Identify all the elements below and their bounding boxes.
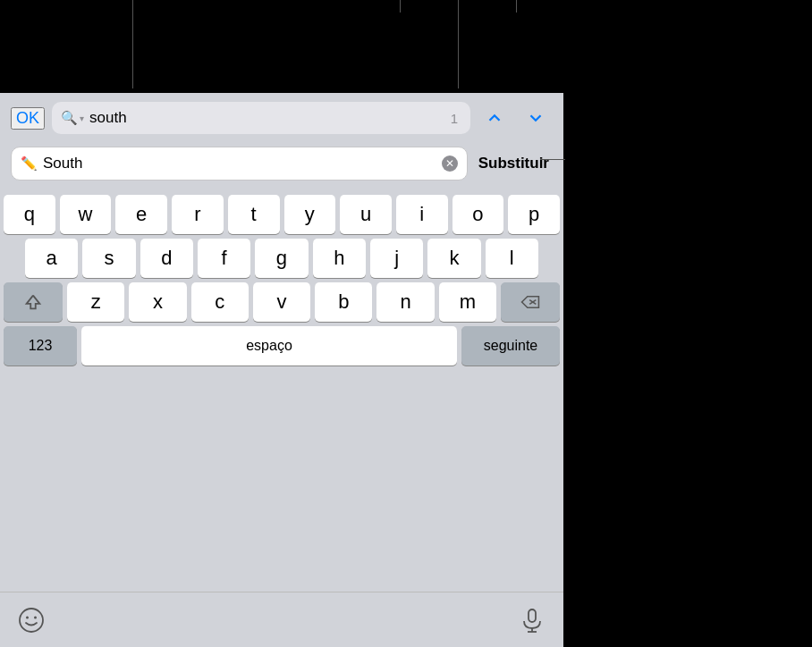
key-m[interactable]: m bbox=[439, 282, 496, 322]
replace-input[interactable] bbox=[43, 155, 436, 172]
key-row-3: z x c v b n m bbox=[4, 282, 560, 322]
number-key[interactable]: 123 bbox=[4, 326, 77, 366]
key-h[interactable]: h bbox=[313, 239, 366, 278]
nav-next-button[interactable] bbox=[519, 105, 553, 131]
key-d[interactable]: d bbox=[140, 239, 193, 278]
space-key[interactable]: espaço bbox=[81, 326, 457, 366]
search-input[interactable] bbox=[89, 109, 442, 127]
mic-button[interactable] bbox=[519, 607, 546, 634]
replace-input-wrapper: ✏️ ✕ bbox=[11, 147, 468, 181]
key-z[interactable]: z bbox=[67, 282, 124, 322]
key-f[interactable]: f bbox=[198, 239, 250, 278]
ok-button[interactable]: OK bbox=[11, 107, 45, 130]
key-i[interactable]: i bbox=[396, 195, 448, 234]
substituir-button[interactable]: Substituir bbox=[475, 155, 553, 172]
key-w[interactable]: w bbox=[60, 195, 112, 234]
key-r[interactable]: r bbox=[172, 195, 224, 234]
key-a[interactable]: a bbox=[25, 239, 78, 278]
clear-replace-button[interactable]: ✕ bbox=[442, 155, 458, 172]
key-u[interactable]: u bbox=[340, 195, 392, 234]
bottom-bar bbox=[0, 592, 563, 647]
next-key[interactable]: seguinte bbox=[461, 326, 560, 366]
search-icon-group: 🔍 ▾ bbox=[61, 110, 84, 126]
key-l[interactable]: l bbox=[486, 239, 538, 278]
key-x[interactable]: x bbox=[129, 282, 186, 322]
key-b[interactable]: b bbox=[315, 282, 372, 322]
key-v[interactable]: v bbox=[253, 282, 310, 322]
emoji-button[interactable] bbox=[18, 607, 45, 634]
key-o[interactable]: o bbox=[453, 195, 504, 234]
svg-rect-5 bbox=[529, 609, 536, 622]
key-q[interactable]: q bbox=[4, 195, 55, 234]
svg-point-3 bbox=[26, 616, 29, 618]
key-y[interactable]: y bbox=[284, 195, 336, 234]
nav-prev-button[interactable] bbox=[478, 105, 512, 131]
key-row-2: a s d f g h j k l bbox=[4, 239, 560, 278]
key-s[interactable]: s bbox=[82, 239, 135, 278]
key-t[interactable]: t bbox=[228, 195, 280, 234]
key-j[interactable]: j bbox=[370, 239, 423, 278]
svg-point-2 bbox=[20, 609, 43, 632]
key-row-1: q w e r t y u i o p bbox=[4, 195, 560, 234]
search-bar: OK 🔍 ▾ 1 bbox=[0, 93, 563, 143]
keyboard-rows: q w e r t y u i o p a s d f g h j k l bbox=[0, 189, 563, 592]
match-count: 1 bbox=[447, 111, 461, 126]
search-icon: 🔍 bbox=[61, 110, 78, 126]
replace-bar: ✏️ ✕ Substituir bbox=[0, 143, 563, 189]
key-e[interactable]: e bbox=[115, 195, 167, 234]
shift-key[interactable] bbox=[4, 282, 63, 322]
key-n[interactable]: n bbox=[376, 282, 434, 322]
key-c[interactable]: c bbox=[191, 282, 249, 322]
search-input-wrapper: 🔍 ▾ 1 bbox=[52, 102, 470, 134]
pencil-icon: ✏️ bbox=[21, 155, 38, 172]
key-row-4: 123 espaço seguinte bbox=[4, 326, 560, 366]
key-p[interactable]: p bbox=[508, 195, 560, 234]
chevron-small-down-icon: ▾ bbox=[80, 113, 84, 123]
key-k[interactable]: k bbox=[427, 239, 480, 278]
backspace-key[interactable] bbox=[501, 282, 560, 322]
key-g[interactable]: g bbox=[255, 239, 308, 278]
svg-point-4 bbox=[34, 616, 37, 618]
